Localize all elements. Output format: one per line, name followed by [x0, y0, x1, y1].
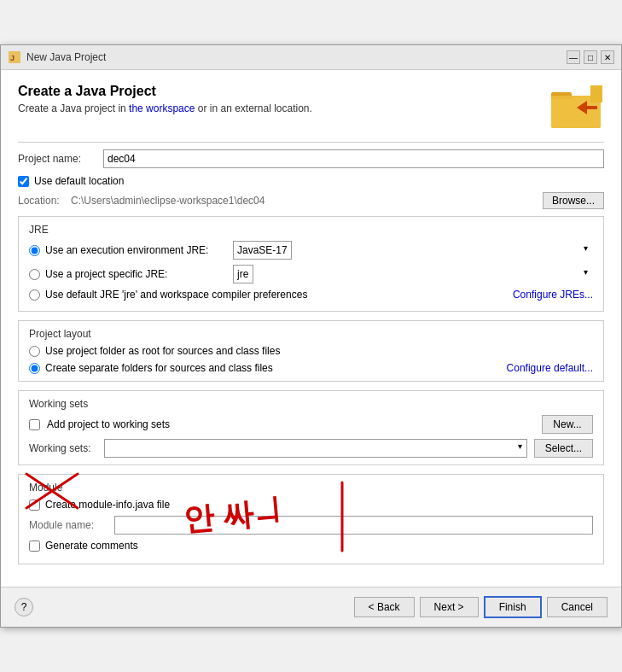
- add-to-working-sets-label: Add project to working sets: [47, 418, 535, 430]
- generate-comments-checkbox[interactable]: [29, 541, 40, 552]
- layout-root-label: Use project folder as root for sources a…: [45, 345, 280, 357]
- layout-radio1-row: Use project folder as root for sources a…: [29, 345, 593, 357]
- jre-default-label: Use default JRE 'jre' and workspace comp…: [45, 289, 513, 301]
- module-name-input[interactable]: [114, 516, 593, 535]
- module-name-row: Module name:: [29, 516, 593, 535]
- location-row: Location: C:\Users\admin\eclipse-workspa…: [18, 192, 604, 209]
- jre-env-radio[interactable]: [29, 245, 40, 256]
- header-divider: [18, 142, 604, 143]
- back-button[interactable]: < Back: [354, 597, 415, 617]
- next-button[interactable]: Next >: [420, 597, 479, 617]
- minimize-button[interactable]: —: [567, 50, 580, 64]
- module-section-title: Module: [29, 482, 593, 494]
- configure-jres-link[interactable]: Configure JREs...: [513, 289, 593, 301]
- browse-button[interactable]: Browse...: [543, 192, 604, 209]
- project-name-input[interactable]: [103, 149, 604, 168]
- java-project-icon: J: [8, 50, 21, 64]
- help-button[interactable]: ?: [15, 598, 33, 616]
- close-button[interactable]: ✕: [601, 50, 614, 64]
- use-default-location-label: Use default location: [34, 175, 124, 187]
- location-label: Location:: [18, 195, 66, 207]
- jre-section-title: JRE: [29, 224, 593, 236]
- working-sets-title: Working sets: [29, 398, 593, 410]
- cancel-button[interactable]: Cancel: [547, 597, 607, 617]
- jre-radio3-row: Use default JRE 'jre' and workspace comp…: [29, 289, 593, 301]
- jre-env-label: Use an execution environment JRE:: [45, 244, 233, 256]
- main-content: Create a Java Project Create a Java proj…: [1, 70, 621, 587]
- titlebar: J New Java Project — □ ✕: [1, 45, 621, 70]
- jre-section: JRE Use an execution environment JRE: Ja…: [18, 216, 604, 312]
- project-layout-title: Project layout: [29, 328, 593, 340]
- module-name-label: Module name:: [29, 519, 114, 531]
- working-sets-label: Working sets:: [29, 442, 97, 454]
- default-location-row: Use default location: [18, 175, 604, 187]
- jre-env-dropdown-wrapper: JavaSE-17 JavaSE-11 JavaSE-8: [233, 241, 593, 260]
- new-working-set-button[interactable]: New...: [542, 415, 593, 434]
- page-title: Create a Java Project: [18, 84, 312, 99]
- footer-left: ?: [15, 598, 33, 616]
- create-module-info-label: Create module-info.java file: [45, 499, 170, 511]
- project-layout-section: Project layout Use project folder as roo…: [18, 320, 604, 382]
- module-section-container: Module Create module-info.java file Modu…: [18, 474, 604, 564]
- titlebar-left: J New Java Project: [8, 50, 106, 64]
- project-name-label: Project name:: [18, 153, 103, 165]
- svg-text:J: J: [10, 54, 15, 62]
- page-subtitle: Create a Java project in the workspace o…: [18, 102, 312, 114]
- jre-env-dropdown[interactable]: JavaSE-17 JavaSE-11 JavaSE-8: [233, 241, 292, 260]
- use-default-location-checkbox[interactable]: [18, 176, 29, 187]
- finish-button[interactable]: Finish: [484, 596, 542, 618]
- jre-specific-radio[interactable]: [29, 269, 40, 280]
- jre-default-radio[interactable]: [29, 289, 40, 301]
- header-section: Create a Java Project Create a Java proj…: [18, 84, 604, 131]
- header-text: Create a Java Project Create a Java proj…: [18, 84, 312, 114]
- jre-radio1-row: Use an execution environment JRE: JavaSE…: [29, 241, 593, 260]
- working-sets-section: Working sets Add project to working sets…: [18, 390, 604, 465]
- project-name-row: Project name:: [18, 149, 604, 168]
- window-title: New Java Project: [26, 51, 106, 63]
- main-window: J New Java Project — □ ✕ Create a Java P…: [0, 44, 622, 628]
- layout-root-radio[interactable]: [29, 346, 40, 357]
- module-checkbox1-row: Create module-info.java file: [29, 499, 593, 511]
- module-section: Module Create module-info.java file Modu…: [18, 474, 604, 564]
- working-sets-checkbox-row: Add project to working sets New...: [29, 415, 593, 434]
- working-sets-dropdown[interactable]: [104, 439, 527, 458]
- jre-specific-label: Use a project specific JRE:: [45, 268, 233, 280]
- working-sets-dropdown-wrapper: [104, 439, 527, 458]
- svg-marker-6: [590, 85, 602, 102]
- maximize-button[interactable]: □: [584, 50, 597, 64]
- location-value: C:\Users\admin\eclipse-workspace1\dec04: [71, 195, 538, 207]
- layout-separate-label: Create separate folders for sources and …: [45, 362, 507, 374]
- jre-specific-dropdown[interactable]: jre: [233, 265, 253, 283]
- footer: ? < Back Next > Finish Cancel: [1, 587, 621, 627]
- working-sets-input-row: Working sets: Select...: [29, 439, 593, 458]
- add-to-working-sets-checkbox[interactable]: [29, 419, 40, 430]
- jre-specific-dropdown-wrapper: jre: [233, 265, 593, 283]
- layout-separate-radio[interactable]: [29, 363, 40, 374]
- generate-comments-label: Generate comments: [45, 540, 138, 552]
- header-folder-icon: [549, 84, 604, 131]
- configure-default-link[interactable]: Configure default...: [507, 362, 593, 374]
- location-section: Use default location Location: C:\Users\…: [18, 175, 604, 209]
- create-module-info-checkbox[interactable]: [29, 500, 40, 511]
- layout-radio2-row: Create separate folders for sources and …: [29, 362, 593, 374]
- jre-radio2-row: Use a project specific JRE: jre: [29, 265, 593, 283]
- titlebar-controls: — □ ✕: [567, 50, 614, 64]
- select-working-set-button[interactable]: Select...: [534, 439, 593, 458]
- generate-comments-row: Generate comments: [29, 540, 593, 552]
